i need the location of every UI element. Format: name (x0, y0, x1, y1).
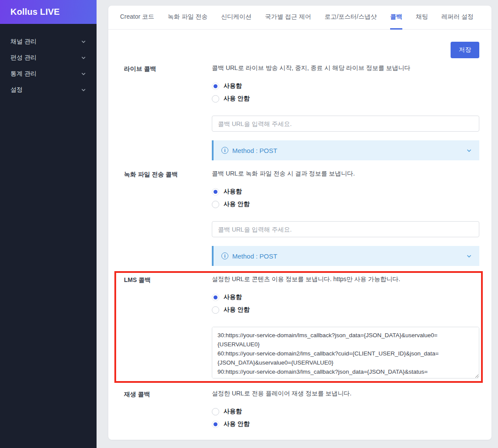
chevron-down-icon (466, 148, 472, 153)
live-callback-url-input[interactable] (212, 116, 479, 132)
method-label: Method : POST (232, 252, 277, 260)
app-logo: Kollus LIVE (0, 0, 97, 24)
radio-label: 사용함 (224, 188, 242, 196)
sidebar-item-label: 채널 관리 (10, 38, 37, 46)
radio-label: 사용 안함 (224, 200, 250, 208)
section-description: 콜백 URL로 라이브 방송 시작, 중지, 종료 시 해당 라이브 정보를 보… (212, 64, 479, 72)
chevron-down-icon (81, 55, 86, 60)
radio-selected-icon[interactable] (212, 294, 219, 301)
radio-unselected-icon[interactable] (212, 408, 219, 415)
radio-label: 사용함 (224, 408, 242, 415)
radio-selected-icon[interactable] (212, 421, 219, 428)
radio-label: 사용함 (224, 82, 242, 90)
section-label: 녹화 파일 전송 콜백 (124, 170, 212, 266)
tab-country-access-control[interactable]: 국가별 접근 제어 (265, 6, 311, 30)
method-label: Method : POST (232, 147, 277, 154)
lms-callback-enable-radio[interactable]: 사용함 (212, 292, 479, 302)
tab-logo-poster-snapshot[interactable]: 로고/포스터/스냅샷 (324, 6, 377, 30)
sidebar: Kollus LIVE 채널 관리 편성 관리 통계 관리 설정 (0, 0, 97, 448)
radio-label: 사용 안함 (224, 306, 250, 314)
sidebar-item-program-management[interactable]: 편성 관리 (0, 50, 97, 66)
recording-callback-url-input[interactable] (212, 221, 479, 237)
sidebar-item-settings[interactable]: 설정 (0, 82, 97, 98)
sidebar-item-label: 통계 관리 (10, 70, 37, 78)
recording-callback-method-panel[interactable]: Method : POST (212, 246, 479, 266)
tab-callback[interactable]: 콜백 (390, 6, 402, 30)
tab-referrer-settings[interactable]: 레퍼러 설정 (441, 6, 474, 30)
lms-callback-disable-radio[interactable]: 사용 안함 (212, 305, 479, 315)
radio-label: 사용 안함 (224, 95, 250, 103)
section-lms-callback: LMS 콜백 설정한 URL로 콘텐츠 이용 정보를 보냅니다. https만 … (124, 275, 479, 380)
app-root: Kollus LIVE 채널 관리 편성 관리 통계 관리 설정 (0, 0, 498, 448)
sidebar-item-channel-management[interactable]: 채널 관리 (0, 33, 97, 50)
section-description: 설정한 URL로 콘텐츠 이용 정보를 보냅니다. https만 사용 가능합니… (212, 275, 479, 283)
chevron-down-icon (81, 87, 86, 93)
section-description: 콜백 URL로 녹화 파일 전송 시 결과 정보를 보냅니다. (212, 170, 479, 178)
section-live-callback: 라이브 콜백 콜백 URL로 라이브 방송 시작, 중지, 종료 시 해당 라이… (124, 64, 479, 160)
main-area: Creator 코드 녹화 파일 전송 신디케이션 국가별 접근 제어 로고/포… (97, 0, 498, 448)
section-label: LMS 콜백 (124, 275, 212, 380)
settings-tabbar: Creator 코드 녹화 파일 전송 신디케이션 국가별 접근 제어 로고/포… (108, 6, 491, 30)
section-description: 설정한 URL로 전용 플레이어 재생 정보를 보냅니다. (212, 390, 479, 398)
live-callback-enable-radio[interactable]: 사용함 (212, 81, 479, 91)
radio-unselected-icon[interactable] (212, 95, 219, 103)
playback-callback-enable-radio[interactable]: 사용함 (212, 406, 479, 417)
section-label: 라이브 콜백 (124, 64, 212, 160)
info-icon (221, 147, 228, 154)
live-callback-method-panel[interactable]: Method : POST (212, 140, 479, 160)
radio-unselected-icon[interactable] (212, 201, 219, 208)
recording-callback-disable-radio[interactable]: 사용 안함 (212, 199, 479, 209)
chevron-down-icon (81, 39, 86, 44)
lms-callback-url-textarea[interactable]: 30:https://your-service-domain/lms_callb… (212, 327, 479, 378)
chevron-down-icon (466, 253, 472, 259)
section-label: 재생 콜백 (124, 390, 212, 440)
sidebar-item-label: 편성 관리 (10, 54, 37, 62)
section-recording-transfer-callback: 녹화 파일 전송 콜백 콜백 URL로 녹화 파일 전송 시 결과 정보를 보냅… (124, 170, 479, 266)
tab-creator-code[interactable]: Creator 코드 (120, 6, 154, 30)
section-playback-callback: 재생 콜백 설정한 URL로 전용 플레이어 재생 정보를 보냅니다. 사용함 … (124, 390, 479, 440)
settings-card: Creator 코드 녹화 파일 전송 신디케이션 국가별 접근 제어 로고/포… (108, 6, 491, 440)
live-callback-disable-radio[interactable]: 사용 안함 (212, 93, 479, 104)
radio-selected-icon[interactable] (212, 83, 219, 90)
toolbar: 저장 (124, 42, 479, 58)
radio-label: 사용함 (224, 293, 242, 301)
save-button[interactable]: 저장 (451, 42, 479, 58)
sidebar-item-label: 설정 (10, 86, 23, 94)
radio-selected-icon[interactable] (212, 188, 219, 196)
sidebar-item-statistics-management[interactable]: 통계 관리 (0, 66, 97, 82)
info-icon (221, 252, 228, 259)
sidebar-nav: 채널 관리 편성 관리 통계 관리 설정 (0, 24, 97, 98)
tab-chat[interactable]: 채팅 (416, 6, 428, 30)
recording-callback-enable-radio[interactable]: 사용함 (212, 186, 479, 197)
radio-unselected-icon[interactable] (212, 306, 219, 314)
playback-callback-disable-radio[interactable]: 사용 안함 (212, 419, 479, 429)
tab-syndication[interactable]: 신디케이션 (221, 6, 251, 30)
tab-recording-file-transfer[interactable]: 녹화 파일 전송 (168, 6, 208, 30)
radio-label: 사용 안함 (224, 420, 250, 428)
callback-settings-content: 저장 라이브 콜백 콜백 URL로 라이브 방송 시작, 중지, 종료 시 해당… (108, 30, 491, 440)
chevron-down-icon (81, 71, 86, 76)
